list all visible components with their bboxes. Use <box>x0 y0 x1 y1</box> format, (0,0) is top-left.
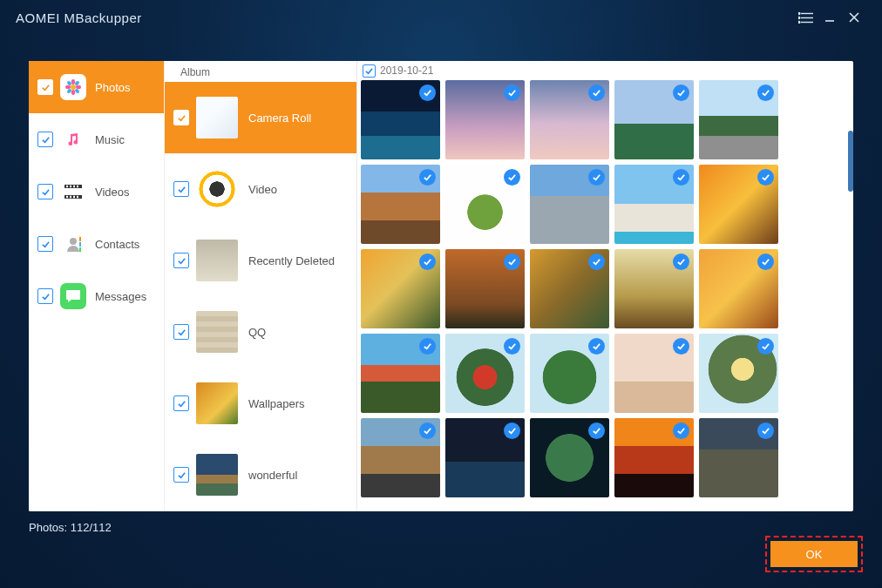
category-contacts[interactable]: Contacts <box>29 218 164 270</box>
selected-check-icon <box>588 253 605 270</box>
photo-thumbnail[interactable] <box>614 334 694 413</box>
category-photos[interactable]: Photos <box>29 61 164 113</box>
photo-thumbnail[interactable] <box>361 418 440 497</box>
svg-point-16 <box>74 80 80 86</box>
checkbox-icon[interactable] <box>37 236 53 252</box>
album-qq[interactable]: QQ <box>165 296 356 368</box>
selected-check-icon <box>673 84 689 101</box>
checkbox-icon[interactable] <box>173 253 189 268</box>
thumbnail-grid <box>357 80 853 511</box>
messages-icon <box>60 283 86 309</box>
category-messages[interactable]: Messages <box>29 270 164 322</box>
app-title: AOMEI MBackupper <box>16 10 142 25</box>
album-label: Wallpapers <box>248 397 305 410</box>
album-header: Album <box>165 61 356 82</box>
checkbox-icon[interactable] <box>173 181 189 197</box>
selected-check-icon <box>757 338 774 355</box>
photo-thumbnail[interactable] <box>614 249 694 328</box>
photo-thumbnail[interactable] <box>614 418 694 497</box>
photo-thumbnail[interactable] <box>361 165 440 244</box>
music-icon <box>60 126 86 152</box>
videos-icon <box>60 179 86 205</box>
selected-check-icon <box>757 253 774 270</box>
svg-rect-28 <box>77 196 78 198</box>
photo-thumbnail[interactable] <box>614 80 694 159</box>
photo-thumbnail[interactable] <box>361 249 440 328</box>
album-label: QQ <box>248 326 266 339</box>
ok-button[interactable]: OK <box>770 541 858 567</box>
svg-point-3 <box>798 12 800 14</box>
photo-thumbnail[interactable] <box>445 249 525 328</box>
photo-grid-panel: 2019-10-21 <box>357 61 853 511</box>
photo-thumbnail[interactable] <box>699 334 778 413</box>
photo-thumbnail[interactable] <box>530 418 609 497</box>
selected-check-icon <box>673 338 689 355</box>
footer-bar: Photos: 112/112 <box>29 517 853 568</box>
photo-thumbnail[interactable] <box>530 249 609 328</box>
svg-rect-32 <box>79 247 81 252</box>
svg-rect-30 <box>79 237 81 241</box>
category-label: Contacts <box>95 238 139 251</box>
selected-check-icon <box>504 169 520 186</box>
close-icon[interactable] <box>842 5 866 30</box>
album-recently-deleted[interactable]: Recently Deleted <box>165 225 356 296</box>
photo-thumbnail[interactable] <box>445 334 525 413</box>
selected-check-icon <box>504 253 520 270</box>
checkbox-icon[interactable] <box>37 132 53 147</box>
photo-thumbnail[interactable] <box>699 418 778 497</box>
album-thumbnail <box>196 240 238 281</box>
photo-thumbnail[interactable] <box>530 334 609 413</box>
category-label: Photos <box>95 81 130 94</box>
photo-thumbnail[interactable] <box>699 249 778 328</box>
date-checkbox[interactable] <box>363 64 376 78</box>
photo-thumbnail[interactable] <box>614 165 694 244</box>
checkbox-icon[interactable] <box>173 395 189 411</box>
date-label: 2019-10-21 <box>380 64 433 77</box>
svg-point-10 <box>71 79 75 84</box>
checkbox-icon[interactable] <box>37 79 53 95</box>
photo-thumbnail[interactable] <box>699 165 778 244</box>
checkbox-icon[interactable] <box>173 110 189 125</box>
checkbox-icon[interactable] <box>37 184 53 199</box>
ok-highlight-box: OK <box>765 536 863 572</box>
date-group-header[interactable]: 2019-10-21 <box>357 61 853 80</box>
category-label: Videos <box>95 186 130 199</box>
selected-check-icon <box>757 422 774 439</box>
selected-check-icon <box>588 338 605 355</box>
photo-thumbnail[interactable] <box>445 165 525 244</box>
photo-thumbnail[interactable] <box>530 165 609 244</box>
minimize-icon[interactable] <box>818 5 842 30</box>
selected-check-icon <box>588 84 605 101</box>
album-camera-roll[interactable]: Camera Roll <box>165 82 356 153</box>
album-label: Recently Deleted <box>248 254 335 267</box>
scrollbar-thumb[interactable] <box>848 131 853 192</box>
checkbox-icon[interactable] <box>173 467 189 483</box>
album-wallpapers[interactable]: Wallpapers <box>165 368 356 439</box>
checkbox-icon[interactable] <box>173 324 189 340</box>
photo-thumbnail[interactable] <box>445 418 525 497</box>
selected-check-icon <box>419 253 436 270</box>
selected-check-icon <box>504 422 520 439</box>
photo-thumbnail[interactable] <box>699 80 778 159</box>
svg-point-17 <box>66 88 72 94</box>
selected-check-icon <box>673 169 689 186</box>
photo-thumbnail[interactable] <box>361 334 440 413</box>
contacts-icon <box>60 231 86 257</box>
photo-thumbnail[interactable] <box>530 80 609 159</box>
album-video[interactable]: Video <box>165 153 356 225</box>
album-thumbnail <box>196 97 238 139</box>
selected-check-icon <box>419 338 436 355</box>
category-videos[interactable]: Videos <box>29 166 164 218</box>
album-wonderful[interactable]: wonderful <box>165 439 356 510</box>
svg-rect-21 <box>66 186 68 187</box>
svg-rect-25 <box>66 196 68 198</box>
selected-check-icon <box>757 84 774 101</box>
photo-thumbnail[interactable] <box>361 80 440 159</box>
category-music[interactable]: Music <box>29 113 164 166</box>
selected-check-icon <box>673 253 689 270</box>
list-view-icon[interactable] <box>793 5 818 30</box>
checkbox-icon[interactable] <box>37 288 53 304</box>
photo-thumbnail[interactable] <box>445 80 525 159</box>
svg-point-12 <box>65 85 71 89</box>
svg-rect-22 <box>70 186 71 187</box>
